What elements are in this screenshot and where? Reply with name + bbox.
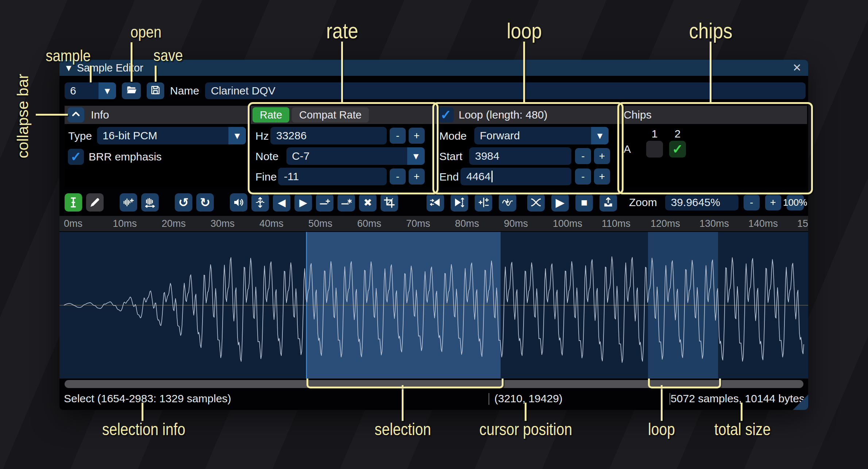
- ruler-tick-label: 10ms: [113, 218, 137, 229]
- stop-preview-button[interactable]: ■: [575, 193, 593, 212]
- fade-in-button[interactable]: ◀: [273, 193, 290, 212]
- chevron-up-icon: [71, 109, 81, 121]
- annotation-bracket-selection: [306, 379, 504, 388]
- annotation-cursor-position: cursor position: [479, 419, 572, 439]
- selection-info-status: Select (1654-2983: 1329 samples): [64, 390, 231, 407]
- annotation-open: open: [130, 23, 161, 42]
- annotation-rate: rate: [326, 18, 358, 43]
- annotation-line-loop-bottom: [661, 385, 663, 421]
- name-value: Clarinet DQV: [211, 85, 275, 97]
- annotation-line-selection: [402, 385, 404, 421]
- annotation-line-save: [155, 66, 157, 82]
- total-size-status: 5072 samples, 10144 bytes: [671, 390, 805, 407]
- resample-button[interactable]: [120, 193, 137, 212]
- invert-button[interactable]: [451, 193, 468, 212]
- annotation-loop: loop: [507, 18, 542, 43]
- zoom-label: Zoom: [629, 196, 657, 209]
- zoom-reset-button[interactable]: 100%: [787, 194, 804, 210]
- ruler-tick-label: 80ms: [455, 218, 479, 229]
- draw-mode-button[interactable]: [86, 193, 104, 212]
- undo-button[interactable]: ↺: [175, 193, 192, 212]
- trim-button[interactable]: [381, 193, 398, 212]
- toolbar-buttons: ↺↻◀▶✖▶■: [65, 193, 617, 212]
- ruler-tick-label: 0ms: [64, 218, 82, 229]
- annotation-line-total-size: [741, 403, 742, 421]
- sample-selector-value: 6: [65, 85, 99, 97]
- insert-silence-button[interactable]: [316, 193, 333, 212]
- ruler-tick-label: 120ms: [651, 218, 680, 229]
- info-panel-title: Info: [91, 106, 109, 124]
- ruler-tick-label: 140ms: [748, 218, 778, 229]
- save-button[interactable]: [147, 82, 164, 99]
- resize-button[interactable]: [141, 193, 159, 212]
- brr-emphasis-checkbox[interactable]: ✓: [68, 149, 84, 165]
- annotation-total-size: total size: [714, 419, 771, 439]
- type-select[interactable]: 16-bit PCM ▼: [97, 127, 246, 144]
- cursor-position-status: (3210, 19429): [494, 390, 563, 407]
- normalize-button[interactable]: [251, 193, 269, 212]
- fade-out-button[interactable]: ▶: [294, 193, 312, 212]
- annotation-outline-chips: [617, 102, 813, 194]
- ruler-tick-label: 40ms: [259, 218, 283, 229]
- zoom-in-button[interactable]: +: [765, 194, 781, 210]
- redo-button[interactable]: ↻: [196, 193, 214, 212]
- zoom-value: 39.9645%: [671, 196, 720, 209]
- status-separator: [489, 393, 489, 405]
- preview-button[interactable]: ▶: [551, 193, 569, 212]
- annotation-line-cursor-position: [525, 403, 526, 421]
- name-label: Name: [170, 82, 199, 99]
- collapse-bar-button[interactable]: [67, 107, 84, 123]
- chevron-down-icon[interactable]: ▼: [228, 127, 246, 144]
- status-separator: [670, 393, 670, 405]
- annotation-line-sample: [90, 66, 92, 82]
- annotation-bracket-loop: [648, 379, 721, 388]
- info-panel: Info Type 16-bit PCM ▼ ✓ BRR emphasis: [65, 106, 249, 188]
- annotation-line-rate: [341, 42, 343, 102]
- floppy-disk-icon: [150, 85, 161, 97]
- apply-silence-button[interactable]: [337, 193, 355, 212]
- delete-button[interactable]: ✖: [359, 193, 377, 212]
- type-value: 16-bit PCM: [97, 129, 228, 142]
- annotation-sample: sample: [46, 46, 90, 65]
- open-button[interactable]: [122, 82, 141, 99]
- chevron-down-icon[interactable]: ▼: [99, 82, 116, 99]
- reverse-button[interactable]: [427, 193, 444, 212]
- ruler-tick-label: 30ms: [211, 218, 235, 229]
- waveform-view[interactable]: [59, 232, 808, 379]
- annotation-outline-loop: [432, 102, 624, 194]
- annotation-line-selection-info: [142, 403, 143, 421]
- sample-toolbar: ↺↻◀▶✖▶■ Zoom 39.9645% - + 100%: [65, 193, 803, 212]
- zoom-out-button[interactable]: -: [744, 194, 760, 210]
- signed-unsigned-button[interactable]: [475, 193, 492, 212]
- annotation-loop-bottom: loop: [648, 419, 675, 439]
- annotation-line-chips: [710, 42, 711, 102]
- sample-selector[interactable]: 6 ▼: [65, 82, 116, 99]
- zoom-input[interactable]: 39.9645%: [665, 194, 738, 210]
- ruler-tick-label: 130ms: [699, 218, 729, 229]
- name-input[interactable]: Clarinet DQV: [205, 82, 806, 99]
- ruler-tick-label: 90ms: [504, 218, 528, 229]
- annotation-line-collapse-bar: [36, 114, 68, 116]
- ruler-tick-label: 60ms: [357, 218, 381, 229]
- amplify-button[interactable]: [230, 193, 247, 212]
- check-icon: ✓: [70, 149, 81, 164]
- annotation-line-loop: [523, 42, 525, 102]
- close-icon[interactable]: ✕: [792, 62, 802, 73]
- filter-button[interactable]: [499, 193, 516, 212]
- crossfade-loop-button[interactable]: [527, 193, 545, 212]
- screenshot-stage: ▼ Sample Editor ✕ 6 ▼ Name Clarinet DQV …: [0, 0, 868, 469]
- folder-open-icon: [126, 85, 137, 97]
- create-instrument-button[interactable]: [599, 193, 617, 212]
- annotation-selection-info: selection info: [102, 419, 185, 439]
- annotation-line-open: [131, 42, 132, 82]
- annotation-selection: selection: [375, 419, 431, 439]
- brr-emphasis-label: BRR emphasis: [89, 148, 162, 165]
- ruler-tick-label: 50ms: [308, 218, 332, 229]
- ruler-tick-label: 150ms: [797, 218, 808, 229]
- waveform-svg: [59, 232, 808, 379]
- time-ruler: 0ms10ms20ms30ms40ms50ms60ms70ms80ms90ms1…: [59, 216, 808, 231]
- annotation-outline-rate: [248, 102, 439, 194]
- select-mode-button[interactable]: [65, 193, 82, 212]
- type-label: Type: [68, 127, 92, 145]
- ruler-tick-label: 70ms: [406, 218, 430, 229]
